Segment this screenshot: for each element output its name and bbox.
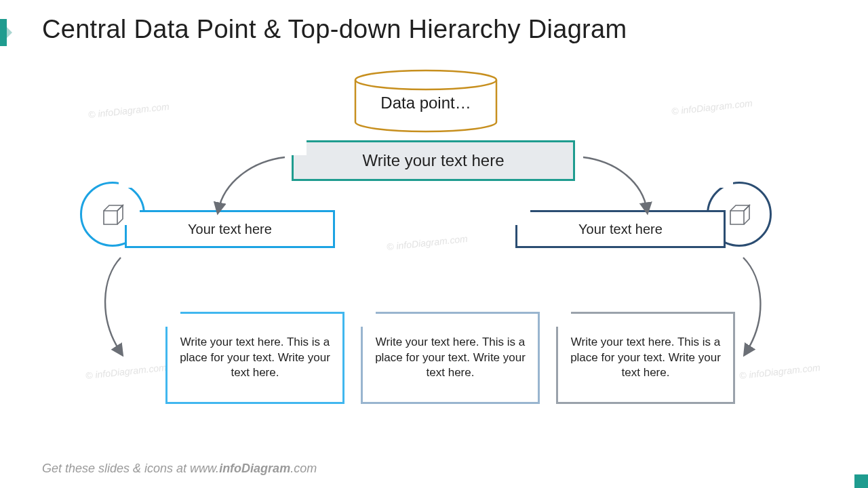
arrow-right-down [743, 258, 760, 352]
arrow-main-to-left [218, 157, 285, 210]
watermark: © infoDiagram.com [386, 233, 468, 252]
cube-icon [724, 199, 755, 230]
footer-credit: Get these slides & icons at www.infoDiag… [42, 462, 317, 476]
level3-box-b: Write your text here. This is a place fo… [361, 312, 540, 404]
cube-icon [97, 199, 128, 230]
level3-box-a: Write your text here. This is a place fo… [165, 312, 344, 404]
level2-box-left: Your text here [125, 210, 335, 248]
level3-box-c: Write your text here. This is a place fo… [556, 312, 735, 404]
watermark: © infoDiagram.com [87, 101, 170, 120]
watermark: © infoDiagram.com [671, 98, 753, 117]
watermark: © infoDiagram.com [85, 362, 167, 381]
diagram-canvas: © infoDiagram.com © infoDiagram.com © in… [0, 0, 868, 488]
watermark: © infoDiagram.com [738, 362, 821, 381]
corner-accent [854, 474, 868, 488]
arrow-main-to-right [583, 157, 647, 210]
arrow-left-down [105, 258, 121, 352]
data-cylinder: Data point… [353, 69, 499, 136]
svg-point-0 [355, 70, 496, 89]
level2-box-right: Your text here [515, 210, 726, 248]
main-box: Write your text here [292, 140, 575, 181]
cylinder-label: Data point… [359, 94, 492, 113]
